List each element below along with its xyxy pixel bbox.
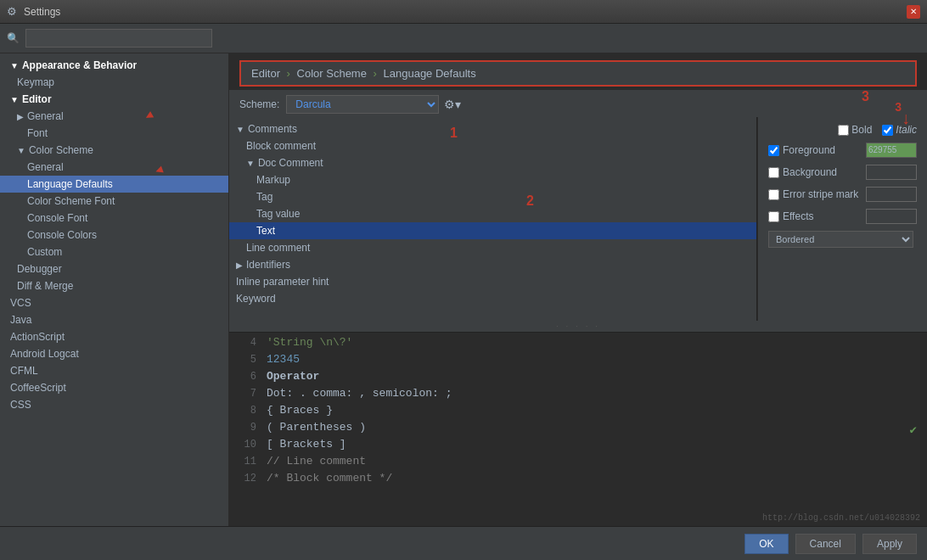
- annotation-3: 3: [895, 100, 902, 114]
- tree-panel: ▼ Comments Block comment ▼ Doc Comment M…: [229, 117, 757, 321]
- error-stripe-checkbox[interactable]: [768, 189, 779, 200]
- tree-item-inline-param[interactable]: Inline parameter hint: [229, 273, 756, 290]
- expand-arrow-colorscheme: ▼: [17, 146, 25, 155]
- search-icon: 🔍: [7, 32, 20, 44]
- sidebar-item-cfml[interactable]: CFML: [0, 362, 228, 379]
- sidebar-item-actionscript[interactable]: ActionScript: [0, 328, 228, 345]
- sidebar-item-keymap[interactable]: Keymap: [0, 74, 228, 91]
- cancel-button[interactable]: Cancel: [795, 534, 856, 554]
- code-line-11: 11 // Line comment: [229, 455, 927, 472]
- sidebar-item-general2[interactable]: General: [0, 159, 228, 176]
- foreground-row: Foreground 629755: [768, 143, 917, 158]
- sidebar-item-android-logcat[interactable]: Android Logcat: [0, 345, 228, 362]
- error-stripe-row: Error stripe mark: [768, 187, 917, 202]
- expand-arrow: ▼: [10, 61, 19, 70]
- code-line-6: 6 Operator: [229, 370, 927, 387]
- effects-checkbox[interactable]: [768, 211, 779, 222]
- sidebar-item-language-defaults[interactable]: Language Defaults: [0, 176, 228, 193]
- bold-italic-row: Bold Italic: [768, 124, 917, 136]
- right-panel: Editor › Color Scheme › Language Default…: [229, 53, 927, 526]
- bold-label: Bold: [838, 124, 872, 136]
- breadcrumb-color-scheme: Color Scheme: [297, 67, 367, 80]
- tree-item-comments[interactable]: ▼ Comments: [229, 120, 756, 137]
- expand-arrow-editor: ▼: [10, 95, 19, 104]
- sidebar-item-custom[interactable]: Custom: [0, 244, 228, 260]
- tree-item-text[interactable]: Text: [229, 222, 756, 239]
- background-label: Background: [783, 166, 866, 178]
- options-panel: Bold Italic Foreground 629755: [757, 117, 927, 321]
- scheme-label: Scheme:: [239, 98, 279, 110]
- breadcrumb-language-defaults: Language Defaults: [384, 67, 476, 80]
- breadcrumb: Editor › Color Scheme › Language Default…: [239, 60, 917, 87]
- tree-item-tag[interactable]: Tag: [229, 188, 756, 205]
- sidebar-item-java[interactable]: Java: [0, 311, 228, 328]
- tree-item-block-comment[interactable]: Block comment: [229, 137, 756, 154]
- scrollbar-divider: · · · · ·: [229, 321, 927, 332]
- background-checkbox[interactable]: [768, 167, 779, 178]
- expand-icon: ▶: [236, 260, 243, 270]
- code-line-10: 10 [ Brackets ]: [229, 438, 927, 455]
- foreground-label: Foreground: [783, 144, 866, 156]
- scheme-dropdown[interactable]: Darcula: [286, 95, 439, 114]
- effects-row: Effects: [768, 209, 917, 224]
- italic-label: Italic: [882, 124, 917, 136]
- background-row: Background: [768, 165, 917, 180]
- sidebar-item-coffeescript[interactable]: CoffeeScript: [0, 379, 228, 396]
- effects-label: Effects: [783, 210, 866, 222]
- effects-type-row: Bordered: [768, 231, 917, 248]
- tree-item-markup[interactable]: Markup: [229, 171, 756, 188]
- sidebar-item-css[interactable]: CSS: [0, 396, 228, 413]
- code-line-8: 8 { Braces }: [229, 404, 927, 421]
- code-line-5: 5 12345: [229, 353, 927, 370]
- tree-item-tag-value[interactable]: Tag value: [229, 205, 756, 222]
- apply-button[interactable]: Apply: [862, 534, 917, 554]
- background-color-box[interactable]: [866, 165, 917, 180]
- error-stripe-color-box[interactable]: [866, 187, 917, 202]
- scheme-gear-button[interactable]: ⚙▾: [444, 98, 461, 111]
- foreground-checkbox[interactable]: [768, 145, 779, 156]
- breadcrumb-editor: Editor: [251, 67, 280, 80]
- foreground-color-box[interactable]: 629755: [866, 143, 917, 158]
- preview-panel: 4 'String \n\?' 5 12345 6 Operator 7 Dot…: [229, 332, 927, 526]
- sidebar-item-font[interactable]: Font: [0, 125, 228, 142]
- title-bar: ⚙ Settings ✕: [0, 0, 927, 24]
- sidebar-item-console-font[interactable]: Console Font: [0, 210, 228, 227]
- main-container: 🔍 ▼ Appearance & Behavior Keymap ▼ Edito…: [0, 24, 927, 560]
- arrow-3: ↓: [902, 109, 910, 128]
- effects-type-dropdown[interactable]: Bordered: [768, 231, 913, 248]
- tree-options-area: ▼ Comments Block comment ▼ Doc Comment M…: [229, 117, 927, 321]
- sidebar-item-vcs[interactable]: VCS: [0, 294, 228, 311]
- preview-scroll[interactable]: 4 'String \n\?' 5 12345 6 Operator 7 Dot…: [229, 333, 927, 526]
- effects-color-box[interactable]: [866, 209, 917, 224]
- window-title: Settings: [24, 6, 903, 18]
- sidebar-item-console-colors[interactable]: Console Colors: [0, 227, 228, 244]
- bottom-bar: OK Cancel Apply: [0, 526, 927, 560]
- sidebar-item-diff-merge[interactable]: Diff & Merge: [0, 277, 228, 294]
- checkmark-icon: ✔: [910, 423, 917, 437]
- close-button[interactable]: ✕: [907, 5, 920, 19]
- sidebar-item-editor[interactable]: ▼ Editor: [0, 91, 228, 108]
- scheme-row: Scheme: Darcula ⚙▾: [229, 90, 927, 117]
- content-area: ▼ Appearance & Behavior Keymap ▼ Editor …: [0, 53, 927, 526]
- sidebar-item-color-scheme-font[interactable]: Color Scheme Font: [0, 193, 228, 210]
- watermark: http://blog.csdn.net/u014028392: [762, 513, 920, 523]
- expand-icon: ▼: [246, 159, 255, 168]
- sidebar-item-appearance[interactable]: ▼ Appearance & Behavior: [0, 57, 228, 74]
- code-line-12: 12 /* Block comment */: [229, 472, 927, 489]
- sidebar-item-color-scheme[interactable]: ▼ Color Scheme: [0, 142, 228, 159]
- italic-checkbox[interactable]: [882, 125, 893, 136]
- search-input[interactable]: [25, 29, 212, 48]
- code-line-4: 4 'String \n\?': [229, 336, 927, 353]
- code-line-7: 7 Dot: . comma: , semicolon: ;: [229, 387, 927, 404]
- ok-button[interactable]: OK: [744, 534, 788, 554]
- sidebar-item-debugger[interactable]: Debugger: [0, 260, 228, 277]
- expand-arrow-general: ▶: [17, 112, 24, 121]
- tree-item-doc-comment[interactable]: ▼ Doc Comment: [229, 154, 756, 171]
- bold-checkbox[interactable]: [838, 125, 849, 136]
- sidebar-item-general[interactable]: ▶ General: [0, 108, 228, 125]
- sidebar: ▼ Appearance & Behavior Keymap ▼ Editor …: [0, 53, 229, 526]
- app-icon: ⚙: [7, 5, 17, 18]
- tree-item-keyword[interactable]: Keyword: [229, 290, 756, 307]
- tree-item-identifiers[interactable]: ▶ Identifiers: [229, 256, 756, 273]
- tree-item-line-comment[interactable]: Line comment: [229, 239, 756, 256]
